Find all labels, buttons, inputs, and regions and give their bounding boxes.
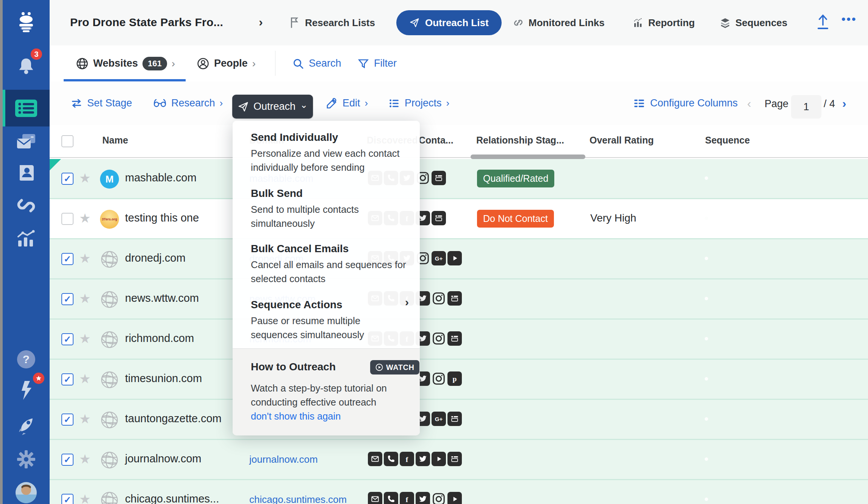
getting-started-rocket-icon[interactable] — [3, 409, 50, 442]
favorite-star-icon[interactable]: ★ — [79, 371, 91, 386]
sidebar-item-links[interactable] — [3, 189, 50, 222]
facebook-icon[interactable]: f — [400, 452, 414, 466]
pinterest-icon[interactable]: p — [447, 371, 462, 386]
nav-monitored-links[interactable]: Monitored Links — [513, 0, 605, 45]
website-name[interactable]: mashable.com — [125, 172, 197, 184]
column-header-overall-rating[interactable]: Overall Rating — [590, 135, 654, 146]
notifications-bell-icon[interactable]: 3 — [3, 50, 50, 83]
settings-gear-icon[interactable] — [3, 443, 50, 476]
previous-page-button[interactable]: ‹ — [747, 97, 751, 111]
help-icon[interactable]: ? — [3, 343, 50, 376]
instagram-icon[interactable] — [432, 331, 446, 346]
website-name[interactable]: chicago.suntimes... — [125, 493, 219, 504]
column-header-contact[interactable]: Conta... — [419, 135, 454, 146]
envelope-icon[interactable] — [368, 492, 382, 504]
select-all-checkbox[interactable] — [61, 135, 74, 147]
phone-icon[interactable] — [384, 492, 398, 504]
website-name[interactable]: testing this one — [125, 212, 199, 224]
favorite-star-icon[interactable]: ★ — [79, 211, 91, 226]
favorite-star-icon[interactable]: ★ — [79, 331, 91, 346]
website-name[interactable]: journalnow.com — [125, 453, 202, 465]
newspaper-icon[interactable] — [432, 211, 446, 225]
user-avatar[interactable] — [3, 476, 50, 504]
favorite-star-icon[interactable]: ★ — [79, 291, 91, 306]
sidebar-item-reports[interactable] — [3, 223, 50, 256]
whats-new-bolt-icon[interactable] — [3, 374, 50, 407]
relationship-stage-badge[interactable]: Qualified/Rated — [477, 170, 554, 187]
menu-item-sequence-actions[interactable]: Sequence Actions Pause or resume multipl… — [251, 297, 406, 342]
row-checkbox[interactable] — [61, 213, 74, 225]
menu-item-bulk-cancel-emails[interactable]: Bulk Cancel Emails Cancel all emails and… — [251, 241, 406, 286]
set-stage-button[interactable]: Set Stage — [70, 81, 132, 125]
nav-research-lists[interactable]: Research Lists — [289, 0, 375, 45]
edit-menu-button[interactable]: Edit › — [326, 81, 368, 125]
favorite-star-icon[interactable]: ★ — [79, 492, 91, 504]
website-name[interactable]: news.wttw.com — [125, 292, 199, 304]
filter-button[interactable]: Filter — [357, 45, 397, 81]
phone-icon[interactable] — [384, 452, 398, 466]
page-number-input[interactable] — [791, 95, 821, 119]
favorite-star-icon[interactable]: ★ — [79, 251, 91, 266]
newspaper-icon[interactable] — [432, 171, 446, 185]
website-name[interactable]: richmond.com — [125, 332, 194, 345]
row-checkbox[interactable]: ✓ — [61, 173, 74, 185]
favorite-star-icon[interactable]: ★ — [79, 411, 91, 426]
youtube-icon[interactable] — [447, 492, 462, 504]
newspaper-icon[interactable] — [447, 412, 462, 426]
row-checkbox[interactable]: ✓ — [61, 454, 74, 466]
website-name[interactable]: timesunion.com — [125, 372, 202, 385]
watch-tutorial-button[interactable]: WATCH — [370, 360, 419, 374]
configure-columns-button[interactable]: Configure Columns — [633, 81, 738, 125]
favorite-star-icon[interactable]: ★ — [79, 451, 91, 467]
facebook-icon[interactable]: f — [400, 492, 414, 504]
sidebar-item-mail[interactable] — [3, 125, 50, 158]
envelope-icon[interactable] — [368, 452, 382, 466]
website-name[interactable]: tauntongazette.com — [125, 412, 222, 425]
youtube-icon[interactable] — [447, 251, 462, 265]
project-title[interactable]: Pro Drone State Parks Fro... — [70, 16, 223, 29]
column-header-name[interactable]: Name — [102, 135, 128, 146]
row-checkbox[interactable]: ✓ — [61, 253, 74, 265]
relationship-stage-badge[interactable]: Do Not Contact — [477, 210, 554, 228]
row-checkbox[interactable]: ✓ — [61, 293, 74, 305]
newspaper-icon[interactable] — [447, 452, 462, 466]
twitter-icon[interactable] — [416, 492, 430, 504]
sidebar-item-lists[interactable] — [3, 92, 50, 125]
horizontal-scrollbar-thumb[interactable] — [471, 154, 585, 159]
projects-menu-button[interactable]: Projects › — [388, 81, 449, 125]
instagram-icon[interactable] — [432, 492, 446, 504]
row-checkbox[interactable]: ✓ — [61, 413, 74, 426]
website-domain-link[interactable]: journalnow.com — [249, 454, 318, 465]
sidebar-item-contacts[interactable] — [3, 156, 50, 189]
upload-icon[interactable] — [816, 14, 830, 30]
tab-websites[interactable]: Websites 161 › — [76, 45, 175, 81]
next-page-button[interactable]: › — [842, 97, 846, 111]
dont-show-again-link[interactable]: don't show this again — [251, 411, 341, 422]
favorite-star-icon[interactable]: ★ — [79, 170, 91, 186]
twitter-icon[interactable] — [416, 452, 430, 466]
instagram-icon[interactable] — [432, 371, 446, 386]
menu-item-bulk-send[interactable]: Bulk Send Send to multiple contacts simu… — [251, 186, 406, 231]
column-header-relationship-stage[interactable]: Relationship Stag... — [476, 135, 564, 146]
horizontal-scrollbar-track[interactable] — [50, 157, 868, 158]
row-checkbox[interactable]: ✓ — [61, 494, 74, 504]
research-menu-button[interactable]: Research › — [153, 81, 223, 125]
project-title-chevron-icon[interactable]: › — [259, 15, 263, 29]
gplus-icon[interactable]: G+ — [432, 251, 446, 265]
tab-people[interactable]: People › — [197, 45, 256, 81]
buzzstream-logo-icon[interactable] — [3, 6, 50, 38]
newspaper-icon[interactable] — [447, 331, 462, 346]
website-name[interactable]: dronedj.com — [125, 252, 186, 264]
nav-outreach-list[interactable]: Outreach List — [396, 10, 502, 35]
gplus-icon[interactable]: G+ — [432, 412, 446, 426]
website-domain-link[interactable]: chicago.suntimes.com — [249, 494, 347, 504]
nav-sequences[interactable]: Sequences — [719, 0, 787, 45]
menu-item-send-individually[interactable]: Send Individually Personalize and view e… — [251, 130, 406, 175]
column-header-sequence[interactable]: Sequence — [705, 135, 750, 146]
youtube-icon[interactable] — [432, 452, 446, 466]
search-button[interactable]: Search — [292, 45, 341, 81]
nav-reporting[interactable]: Reporting — [632, 0, 695, 45]
row-checkbox[interactable]: ✓ — [61, 373, 74, 385]
outreach-menu-button[interactable]: Outreach ⌄ — [232, 95, 313, 119]
instagram-icon[interactable] — [432, 291, 446, 306]
